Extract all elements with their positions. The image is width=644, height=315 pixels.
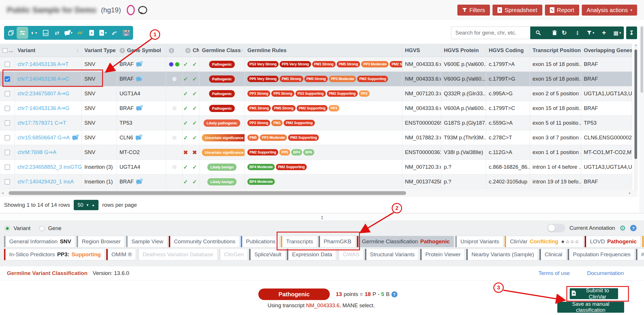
comments-icon[interactable] [72, 136, 78, 140]
comments-icon[interactable] [136, 62, 142, 66]
report-export-button[interactable]: ∿▾ [97, 27, 109, 39]
column-header-variant[interactable]: Variant▲▼ [15, 44, 82, 57]
tab-region-browser[interactable]: Region Browser [77, 236, 125, 247]
sort-icon[interactable]: ▲▼ [241, 48, 243, 53]
table-row[interactable]: chr15:68506647 G⇒ASNVCLN6✓ ✓Uncertain si… [0, 130, 632, 145]
row-checkbox[interactable] [5, 164, 10, 170]
variant-link[interactable]: chr2:234675807 A⇒G [18, 90, 69, 97]
tab-transcripts[interactable]: Transcripts [281, 236, 317, 247]
variant-link[interactable]: chr15:68506647 G⇒A [18, 134, 70, 141]
table-row[interactable]: chr17:7578371 C⇒TSNVTP53✓ ✓Likely pathog… [0, 116, 632, 130]
radio-gene[interactable] [39, 226, 45, 231]
row-checkbox[interactable] [5, 76, 10, 82]
row-checkbox[interactable] [5, 150, 10, 155]
comments-icon[interactable] [136, 180, 142, 184]
save-manual-classification-button[interactable]: Save as manual classification [557, 302, 624, 313]
tab-lovd[interactable]: LOVDPathogenic [585, 236, 641, 247]
igv-button[interactable]: igv [120, 27, 132, 39]
row-checkbox[interactable] [5, 62, 10, 67]
column-header-variant-type[interactable]: Variant Type [82, 44, 117, 57]
panel-splitter[interactable]: ↕ [0, 213, 644, 221]
comments-icon[interactable] [136, 77, 142, 81]
report-button[interactable]: ∿Report [545, 5, 579, 16]
row-checkbox[interactable] [5, 91, 10, 96]
row-checkbox[interactable] [5, 120, 10, 126]
tab-expression-data[interactable]: Expression Data [287, 249, 336, 260]
table-row[interactable]: chrM:7698 G⇒ASNVMT-CO2✖ ✖Uncertain signi… [0, 145, 632, 160]
scroll-left-icon[interactable]: ◂ [2, 191, 3, 195]
table-vertical-scrollbar[interactable]: ▲ [634, 44, 638, 196]
tab-protein-viewer[interactable]: Protein Viewer [420, 249, 465, 260]
row-checkbox[interactable] [5, 106, 10, 111]
column-header-germline-rules[interactable]: Germline Rules [245, 44, 402, 57]
sort-icon[interactable]: ▲▼ [76, 48, 79, 53]
transcript-link[interactable]: NM_004333.6, [306, 302, 341, 308]
contrast-button[interactable]: ◐▾ [28, 27, 40, 39]
gear-icon[interactable]: ⚙ [620, 224, 626, 232]
table-row[interactable]: chr7:140453136 A⇒TSNVBRAF✓ ✓PathogenicPS… [0, 57, 632, 72]
tab-clinical[interactable]: Clinical [539, 249, 566, 260]
table-row[interactable]: chr2:234658852_3 insGTGInsertion (3)UGT1… [0, 160, 632, 174]
filters-button[interactable]: Filters [457, 5, 490, 16]
tab-omim[interactable]: OMIM ® [106, 249, 136, 260]
display-settings-button[interactable] [17, 27, 28, 39]
download-button[interactable]: ↧ [626, 26, 637, 39]
scroll-right-icon[interactable]: ▸ [629, 191, 631, 195]
column-header-gene-symbol[interactable]: iGene Symbol [117, 44, 166, 57]
variant-link[interactable]: chrM:7698 G⇒A [18, 149, 56, 155]
column-header-hgvs-protein[interactable]: HGVS Protein [441, 44, 486, 57]
table-row[interactable]: chr2:234675807 A⇒GSNVUGT1A4✓ ✓Pathogenic… [0, 86, 632, 101]
tab-in-silico-predictors[interactable]: In-Silico PredictorsPP3:Supporting [4, 249, 105, 260]
radio-variant[interactable] [5, 226, 10, 231]
tab-germline-classification[interactable]: Germline ClassificationPathogenic [357, 236, 454, 247]
scrollbar-thumb[interactable] [9, 191, 406, 195]
tab-deafness-variation-database[interactable]: Deafness Variation Database [137, 249, 217, 260]
documentation-link[interactable]: Documentation [587, 270, 624, 276]
variant-link[interactable]: chr7:140429420_1 insA [18, 179, 74, 185]
tab-sample-view[interactable]: Sample View [126, 236, 167, 247]
column-header-hgvs[interactable]: HGVS [402, 44, 441, 57]
copy-button[interactable] [5, 27, 17, 39]
terms-of-use-link[interactable]: Terms of use [538, 270, 570, 276]
table-row[interactable]: chr7:140453136 A⇒CSNVBRAF✓ ✓PathogenicPP… [0, 72, 632, 86]
table-row[interactable]: chr7:140453136 A⇒GSNVBRAF✓ ✓PathogenicPM… [0, 101, 632, 116]
search-input[interactable] [451, 26, 530, 39]
vcf-file-button[interactable]: VCF [40, 27, 51, 39]
columns-button[interactable]: ▦▾ [611, 26, 624, 39]
table-horizontal-scrollbar[interactable]: ◂ ▸ [0, 190, 638, 196]
search-button[interactable] [530, 26, 546, 39]
help-icon[interactable]: ? [391, 291, 397, 297]
help-icon[interactable]: ? [630, 225, 637, 231]
filter-button[interactable]: ▾ [584, 26, 597, 39]
variant-link[interactable]: chr7:140453136 A⇒G [18, 105, 69, 111]
current-annotation-toggle[interactable] [547, 224, 565, 232]
variant-link[interactable]: chr7:140453136 A⇒T [18, 61, 69, 67]
row-checkbox[interactable] [5, 135, 10, 141]
column-header-cnv[interactable]: iCNV [183, 44, 199, 57]
variant-link[interactable]: chr2:234658852_3 insGTG [18, 164, 82, 170]
compare-arrows-button[interactable]: ⇄ [51, 27, 63, 39]
table-row[interactable]: chr7:140429420_1 insAInsertion (1)BRAF✓ … [0, 174, 632, 189]
comment-bubble-icon[interactable] [138, 6, 147, 14]
tab-nearby-variants-sample[interactable]: Nearby Variants (Sample) [466, 249, 538, 260]
double-check-button[interactable]: ✔✔ [74, 27, 86, 39]
tab-gwas[interactable]: GWAS [338, 249, 363, 260]
column-header-transcript-position[interactable]: Transcript Position [530, 44, 581, 57]
select-all-checkbox[interactable] [3, 48, 7, 53]
column-header-germline-class[interactable]: Germline Class▲▼ [199, 44, 245, 57]
comments-icon[interactable] [136, 106, 142, 110]
tab-community-contributions[interactable]: Community Contributions [169, 236, 239, 247]
tab-pharmgkb[interactable]: PharmGKB [319, 236, 355, 247]
comments-button[interactable]: ▾ [63, 27, 74, 39]
variant-link[interactable]: chr17:7578371 C⇒T [18, 120, 66, 126]
tab-clinvar[interactable]: ClinVarConflicting★☆☆☆ [505, 236, 583, 247]
tab-frequencies[interactable]: Frequencies [642, 236, 644, 247]
row-checkbox[interactable] [5, 179, 10, 185]
page-size-select[interactable]: 50 ▼ ▲ [74, 200, 99, 210]
column-header-hgvs-coding[interactable]: HGVS Coding [486, 44, 530, 57]
tab-structural-variants[interactable]: Structural Variants [365, 249, 419, 260]
tab-publications[interactable]: Publications [241, 236, 279, 247]
tab-uniprot-variants[interactable]: Uniprot Variants [455, 236, 503, 247]
column-header-[interactable]: ... [0, 44, 15, 57]
add-button[interactable]: + [597, 26, 611, 39]
